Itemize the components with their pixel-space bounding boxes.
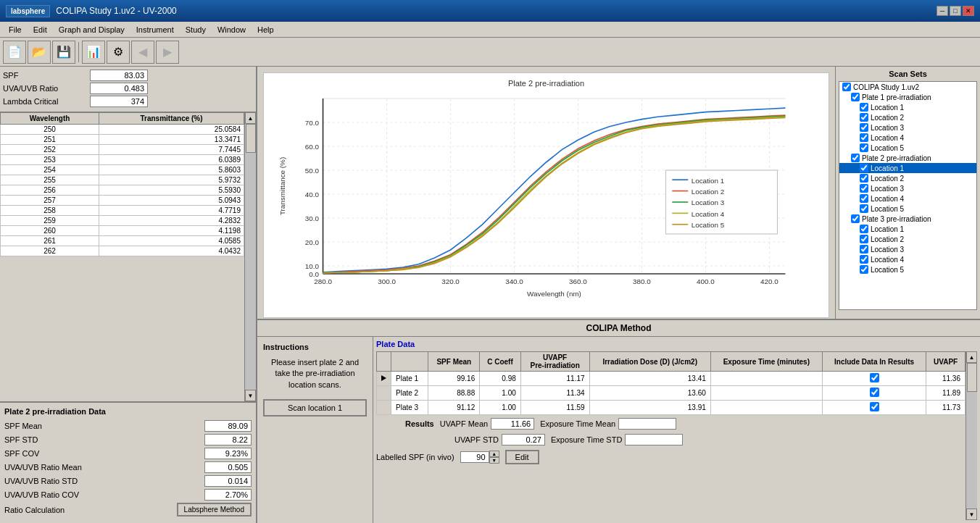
exp-time-std-label: Exposure Time STD [551,435,622,444]
tree-item[interactable]: Location 1 [839,102,976,112]
menu-file[interactable]: File [3,24,28,35]
tree-item[interactable]: Location 1 [839,163,976,173]
row2-exp [710,386,822,401]
tree-item[interactable]: Location 4 [839,193,976,204]
tree-item[interactable]: Location 3 [839,183,976,193]
save-btn[interactable]: 💾 [52,41,75,64]
wavelength-cell: 258 [1,206,99,216]
tree-item[interactable]: Plate 3 pre-irradiation [839,214,976,224]
plate-col-include: Include Data In Results [822,352,926,372]
spf-cov-row: SPF COV [4,448,252,459]
tree-item[interactable]: Location 3 [839,244,976,254]
labelled-spf-input[interactable] [460,451,489,463]
transmittance-cell: 6.0389 [99,155,244,165]
scroll-thumb[interactable] [246,124,256,153]
scan-sets-tree[interactable]: COLIPA Study 1.uv2Plate 1 pre-irradiatio… [839,81,977,310]
tree-item[interactable]: Location 2 [839,234,976,244]
menu-help[interactable]: Help [252,24,280,35]
minimize-btn[interactable]: ─ [937,6,948,16]
left-panel: SPF UVA/UVB Ratio Lambda Critical Wavele… [0,67,257,523]
wavelength-scrollbar[interactable]: ▲ ▼ [244,112,256,401]
wavelength-row: 2594.2832 [1,216,244,226]
tree-item[interactable]: Location 3 [839,122,976,133]
uva-std-input[interactable] [204,475,252,487]
uva-mean-input[interactable] [204,461,252,473]
svg-text:400.0: 400.0 [697,277,715,285]
spf-input[interactable] [90,70,148,81]
plate-scrollbar[interactable]: ▲ ▼ [966,351,977,520]
menu-window[interactable]: Window [212,24,252,35]
tree-item[interactable]: Location 2 [839,173,976,183]
uva-std-label: UVA/UVB Ratio STD [4,477,204,485]
open-btn[interactable]: 📂 [28,41,51,64]
back-btn[interactable]: ◀ [131,41,154,64]
plate-col-uvapf: UVAPF [926,352,966,372]
wavelength-table-scroll[interactable]: Wavelength Transmittance (%) 25025.05842… [0,112,244,401]
spinner-buttons[interactable]: ▲ ▼ [489,451,499,464]
spinner-up-btn[interactable]: ▲ [489,451,499,457]
new-btn[interactable]: 📄 [3,41,26,64]
tree-item[interactable]: Location 5 [839,143,976,153]
spf-cov-input[interactable] [204,448,252,459]
svg-text:30.0: 30.0 [305,214,320,222]
scan-location-btn[interactable]: Scan location 1 [263,399,367,417]
tree-item[interactable]: Location 4 [839,254,976,264]
tree-item[interactable]: Plate 1 pre-irradiation [839,92,976,102]
results-row2: UVAPF STD Exposure Time STD [376,432,966,447]
row3-irr: 13.91 [589,401,710,415]
menu-graph[interactable]: Graph and Display [53,24,130,35]
uva-uvb-input[interactable] [90,83,148,94]
plate-scroll-down[interactable]: ▼ [966,509,977,520]
spf-mean-input[interactable] [204,420,252,432]
transmittance-cell: 5.0943 [99,196,244,206]
plate-scroll-thumb[interactable] [967,363,977,392]
uva-cov-input[interactable] [204,489,252,501]
menu-instrument[interactable]: Instrument [130,24,180,35]
menu-study[interactable]: Study [180,24,212,35]
maximize-btn[interactable]: □ [950,6,961,16]
row1-include[interactable] [822,372,926,386]
uva-cov-row: UVA/UVB Ratio COV [4,489,252,501]
scroll-down-btn[interactable]: ▼ [245,390,256,401]
plate-col-uvapf-pre: UVAPFPre-irradiation [520,352,589,372]
row3-include[interactable] [822,401,926,415]
exp-time-mean-input[interactable] [618,418,676,430]
row2-include[interactable] [822,386,926,401]
wavelength-cell: 254 [1,165,99,175]
tree-item[interactable]: Plate 2 pre-irradiation [839,153,976,163]
toolbar-separator [78,42,79,62]
plate-scroll-up[interactable]: ▲ [966,351,977,363]
tree-item[interactable]: COLIPA Study 1.uv2 [839,82,976,92]
lambda-input[interactable] [90,96,148,107]
scroll-up-btn[interactable]: ▲ [245,112,256,124]
wavelength-row: 2575.0943 [1,196,244,206]
close-btn[interactable]: ✕ [963,6,974,16]
title-controls[interactable]: ─ □ ✕ [937,6,974,16]
labsphere-method-btn[interactable]: Labsphere Method [177,503,252,516]
wavelength-cell: 252 [1,145,99,155]
toolbar: 📄 📂 💾 📊 ⚙ ◀ ▶ [0,38,980,67]
labelled-spf-spinner[interactable]: ▲ ▼ [460,451,499,464]
exp-time-std-input[interactable] [625,434,683,445]
tree-item[interactable]: Location 5 [839,204,976,214]
uvapf-mean-input[interactable] [491,418,534,430]
tree-item-label: Location 3 [871,124,904,132]
tree-item[interactable]: Location 2 [839,112,976,122]
plate-table-container[interactable]: SPF Mean C Coeff UVAPFPre-irradiation Ir… [376,351,966,520]
spinner-down-btn[interactable]: ▼ [489,457,499,464]
uvapf-std-input[interactable] [502,434,545,445]
menu-edit[interactable]: Edit [28,24,53,35]
tree-item[interactable]: Location 1 [839,224,976,234]
tree-item[interactable]: Location 4 [839,133,976,143]
forward-btn[interactable]: ▶ [156,41,179,64]
settings-btn[interactable]: ⚙ [107,41,130,64]
wavelength-cell: 261 [1,236,99,246]
tree-item[interactable]: Location 5 [839,264,976,275]
tree-item-label: Location 5 [871,205,904,213]
spf-std-input[interactable] [204,434,252,445]
edit-btn[interactable]: Edit [505,450,539,464]
wavelength-row: 2565.5930 [1,185,244,196]
row2-ccoeff: 1.00 [480,386,521,401]
chart-btn[interactable]: 📊 [82,41,105,64]
labelled-spf-label: Labelled SPF (in vivo) [376,453,454,461]
